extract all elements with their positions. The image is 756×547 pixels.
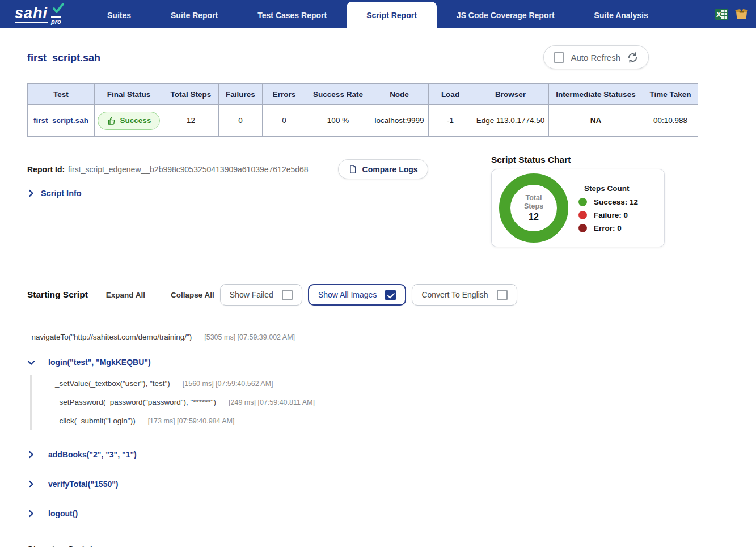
cell-success-rate: 100 % <box>306 105 370 137</box>
table-row: first_script.sah Success 12 0 0 100 % <box>28 105 698 137</box>
col-final-status: Final Status <box>95 84 163 105</box>
col-failures: Failures <box>219 84 263 105</box>
starting-script-label: Starting Script <box>27 290 88 300</box>
chart-legend: Steps Count Success: 12 Failure: 0 Error… <box>578 184 638 232</box>
compare-logs-label: Compare Logs <box>362 165 418 174</box>
nav-right-icons: X <box>715 0 749 28</box>
chart-title: Script Status Chart <box>491 155 665 165</box>
logo-sub-text: pro <box>51 16 61 25</box>
chevron-right-icon[interactable] <box>27 510 35 518</box>
auto-refresh-label: Auto Refresh <box>571 53 620 62</box>
steps-donut-chart: Total Steps 12 <box>499 173 568 243</box>
log-step-setvalue: _setValue(_textbox("user"), "test")[1560… <box>55 375 729 392</box>
page-title: first_script.sah <box>27 52 100 64</box>
show-failed-checkbox[interactable] <box>282 290 293 300</box>
summary-header-row: Test Final Status Total Steps Failures E… <box>28 84 698 105</box>
show-all-images-checkbox[interactable] <box>385 290 396 300</box>
function-name[interactable]: verifyTotal("1550") <box>48 480 119 489</box>
script-info-toggle[interactable]: Script Info <box>27 189 491 198</box>
col-test: Test <box>28 84 95 105</box>
chevron-down-icon[interactable] <box>27 359 35 366</box>
expand-all-button[interactable]: Expand All <box>106 291 145 299</box>
tab-script-report[interactable]: Script Report <box>347 2 437 28</box>
show-all-images-toggle[interactable]: Show All Images <box>308 284 407 306</box>
report-id-value: first_script_edgenew__b2b998c90532504139… <box>68 165 309 174</box>
page-header: first_script.sah Auto Refresh <box>27 45 729 69</box>
convert-to-english-checkbox[interactable] <box>497 290 508 300</box>
function-name[interactable]: logout() <box>48 509 78 518</box>
chevron-right-icon[interactable] <box>27 451 35 459</box>
step-timing: [249 ms] [07:59:40.811 AM] <box>229 398 315 406</box>
collapse-all-button[interactable]: Collapse All <box>171 291 214 299</box>
function-name[interactable]: login("test", "MgkKEQBU") <box>48 358 151 367</box>
donut-center-label-1: Total <box>526 194 542 202</box>
legend-item-success: Success: 12 <box>578 198 638 206</box>
summary-table: Test Final Status Total Steps Failures E… <box>27 83 698 137</box>
cell-load: -1 <box>429 105 472 137</box>
donut-total-value: 12 <box>529 212 539 222</box>
script-status-chart: Script Status Chart Total Steps 12 Steps… <box>491 155 665 250</box>
col-errors: Errors <box>263 84 306 105</box>
document-icon <box>348 164 357 174</box>
convert-to-english-toggle[interactable]: Convert To English <box>412 284 517 306</box>
cell-browser: Edge 113.0.1774.50 <box>472 105 549 137</box>
step-timing: [173 ms] [07:59:40.984 AM] <box>148 417 235 425</box>
col-node: Node <box>370 84 429 105</box>
stopping-script-label: Stopping Script <box>27 544 729 547</box>
chart-card: Total Steps 12 Steps Count Success: 12 F… <box>491 169 665 247</box>
col-load: Load <box>429 84 472 105</box>
col-success-rate: Success Rate <box>306 84 370 105</box>
tab-suite-analysis[interactable]: Suite Analysis <box>575 2 668 28</box>
compare-logs-button[interactable]: Compare Logs <box>338 159 428 179</box>
tab-suites[interactable]: Suites <box>87 2 151 28</box>
status-badge: Success <box>98 112 161 130</box>
chevron-right-icon[interactable] <box>27 480 35 488</box>
script-info-label: Script Info <box>41 189 82 198</box>
donut-center-label-2: Steps <box>524 202 543 211</box>
chevron-right-icon[interactable] <box>27 189 35 197</box>
function-row-logout[interactable]: logout() <box>27 509 729 518</box>
report-info: Report Id: first_script_edgenew__b2b998c… <box>27 155 491 250</box>
show-failed-toggle[interactable]: Show Failed <box>220 284 302 306</box>
login-substeps: _setValue(_textbox("user"), "test")[1560… <box>30 375 729 430</box>
function-name[interactable]: addBooks("2", "3", "1") <box>48 450 137 459</box>
auto-refresh-checkbox[interactable] <box>554 52 564 63</box>
legend-item-error: Error: 0 <box>578 224 638 232</box>
cell-time-taken: 00:10.988 <box>643 105 698 137</box>
log-step-setpassword: _setPassword(_password("password"), "***… <box>55 393 729 411</box>
cell-total-steps: 12 <box>163 105 219 137</box>
report-band: Report Id: first_script_edgenew__b2b998c… <box>27 155 729 250</box>
nav-tabs: Suites Suite Report Test Cases Report Sc… <box>87 0 668 28</box>
step-timing: [1560 ms] [07:59:40.562 AM] <box>183 380 273 388</box>
tab-suite-report[interactable]: Suite Report <box>151 2 238 28</box>
top-nav: sahi pro Suites Suite Report Test Cases … <box>0 0 756 28</box>
auto-refresh-button[interactable]: Auto Refresh <box>543 45 649 69</box>
svg-text:X: X <box>716 10 721 19</box>
tab-js-code-coverage-report[interactable]: JS Code Coverage Report <box>437 2 575 28</box>
error-dot-icon <box>578 224 587 232</box>
col-intermediate-statuses: Intermediate Statuses <box>549 84 643 105</box>
failure-dot-icon <box>578 211 587 219</box>
status-badge-label: Success <box>120 116 151 125</box>
function-row-login[interactable]: login("test", "MgkKEQBU") <box>27 358 729 367</box>
test-name-link[interactable]: first_script.sah <box>33 116 88 125</box>
function-row-verifytotal[interactable]: verifyTotal("1550") <box>27 480 729 489</box>
success-dot-icon <box>578 198 587 206</box>
legend-title: Steps Count <box>584 184 638 193</box>
cell-intermediate-statuses: NA <box>549 105 643 137</box>
report-id-label: Report Id: <box>27 165 65 174</box>
cell-node: localhost:9999 <box>370 105 429 137</box>
col-total-steps: Total Steps <box>163 84 219 105</box>
app-logo[interactable]: sahi pro <box>15 0 77 28</box>
page-content: first_script.sah Auto Refresh Test Final… <box>0 45 756 547</box>
function-row-addbooks[interactable]: addBooks("2", "3", "1") <box>27 450 729 459</box>
excel-export-icon[interactable]: X <box>715 7 729 21</box>
tab-test-cases-report[interactable]: Test Cases Report <box>238 2 347 28</box>
logo-brand-text: sahi <box>15 6 48 23</box>
logo-checkmark-icon <box>52 3 65 16</box>
cell-failures: 0 <box>219 105 263 137</box>
col-time-taken: Time Taken <box>643 84 698 105</box>
legend-item-failure: Failure: 0 <box>578 211 638 219</box>
archive-box-icon[interactable] <box>734 7 749 21</box>
col-browser: Browser <box>472 84 549 105</box>
